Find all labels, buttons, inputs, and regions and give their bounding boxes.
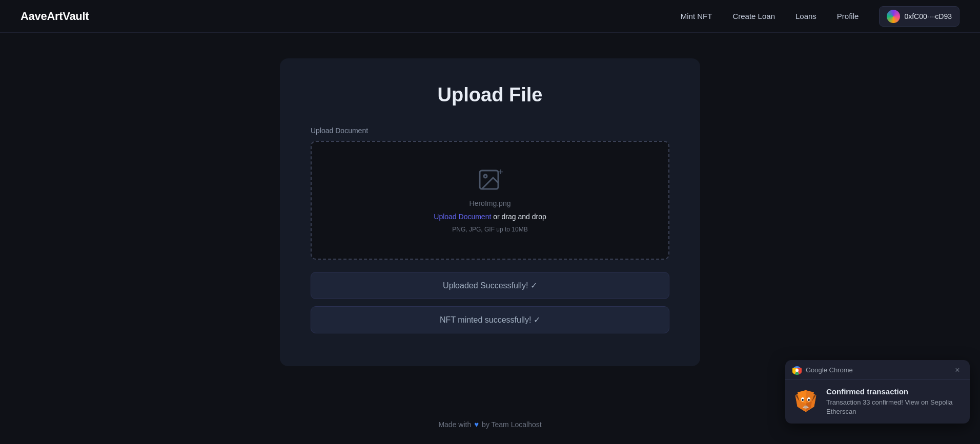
file-name: HeroImg.png	[469, 199, 511, 207]
notification-app-name: Google Chrome	[806, 366, 853, 374]
navbar: AaveArtVault Mint NFT Create Loan Loans …	[0, 0, 980, 33]
notification-popup: Google Chrome × Confirmed transaction Tr…	[785, 360, 970, 424]
heart-icon: ♥	[474, 420, 479, 429]
wallet-address: 0xfC00····cD93	[904, 12, 952, 20]
chrome-icon	[792, 366, 802, 375]
footer: Made with ♥ by Team Localhost	[438, 420, 541, 429]
upload-success-button[interactable]: Uploaded Successfully! ✓	[311, 272, 669, 299]
nav-mint-nft[interactable]: Mint NFT	[681, 12, 712, 20]
notification-body-text: Transaction 33 confirmed! View on Sepoli…	[826, 398, 963, 416]
notification-text: Confirmed transaction Transaction 33 con…	[826, 387, 963, 416]
upload-dropzone[interactable]: + HeroImg.png Upload Document or drag an…	[311, 141, 669, 260]
nav-loans[interactable]: Loans	[795, 12, 816, 20]
wallet-avatar	[887, 10, 900, 23]
upload-card: Upload File Upload Document + HeroImg.pn…	[280, 58, 700, 366]
footer-text-before: Made with	[438, 420, 471, 429]
brand-logo[interactable]: AaveArtVault	[21, 10, 89, 23]
metamask-icon	[792, 388, 819, 415]
upload-document-link[interactable]: Upload Document	[434, 213, 491, 221]
mint-success-button[interactable]: NFT minted successfully! ✓	[311, 306, 669, 333]
notification-header-left: Google Chrome	[792, 366, 853, 375]
page-title: Upload File	[311, 84, 669, 106]
svg-point-15	[808, 399, 810, 401]
nav-profile[interactable]: Profile	[837, 12, 859, 20]
main-content: Upload File Upload Document + HeroImg.pn…	[0, 33, 980, 392]
upload-link-text: Upload Document or drag and drop	[434, 213, 546, 221]
svg-point-14	[802, 399, 804, 401]
svg-point-1	[484, 175, 487, 178]
notification-body: Confirmed transaction Transaction 33 con…	[785, 380, 970, 424]
notification-close-button[interactable]: ×	[952, 365, 963, 375]
upload-icon: +	[477, 167, 503, 194]
upload-hint: PNG, JPG, GIF up to 10MB	[452, 226, 527, 233]
nav-links: Mint NFT Create Loan Loans Profile 0xfC0…	[681, 6, 959, 27]
upload-label: Upload Document	[311, 126, 669, 135]
notification-title: Confirmed transaction	[826, 387, 963, 396]
wallet-button[interactable]: 0xfC00····cD93	[879, 6, 959, 27]
footer-text-after: by Team Localhost	[482, 420, 541, 429]
svg-point-4	[795, 369, 799, 372]
nav-create-loan[interactable]: Create Loan	[732, 12, 775, 20]
notification-header: Google Chrome ×	[785, 360, 970, 380]
plus-icon: +	[498, 167, 503, 177]
